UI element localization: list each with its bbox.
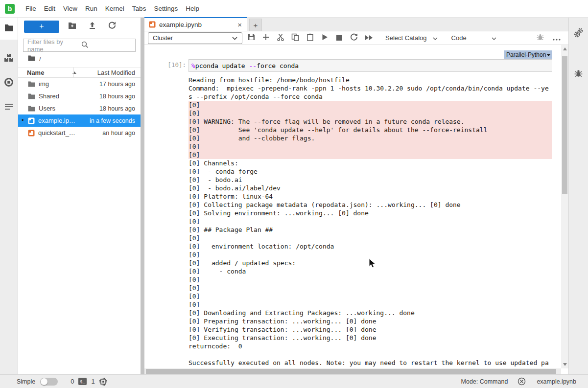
select-catalog-dropdown[interactable]: Select Catalog: [385, 33, 438, 44]
sidebar-tab-property-inspector[interactable]: [569, 22, 588, 46]
menu-view[interactable]: View: [59, 5, 81, 12]
main-dock-panel: example.ipynb × + Cluster: [144, 18, 568, 374]
file-modified: 18 hours ago: [99, 93, 141, 100]
bodo-logo: b: [5, 4, 15, 14]
sidebar-tab-debugger[interactable]: [569, 62, 588, 86]
cluster-select[interactable]: Cluster: [148, 32, 242, 44]
panel-splitter[interactable]: [141, 18, 144, 374]
file-row-users[interactable]: Users 18 hours ago: [18, 102, 141, 114]
vertical-scrollbar-thumb[interactable]: [562, 56, 567, 194]
column-last-modified[interactable]: Last Modified: [97, 69, 141, 76]
kernel-select-value: Parallel-Python: [506, 51, 546, 58]
new-tab-button[interactable]: +: [249, 19, 262, 31]
file-row-example-notebook[interactable]: • example.ip… in a few seconds: [18, 114, 141, 127]
scroll-down-arrow[interactable]: [561, 362, 568, 367]
sidebar-tab-table-of-contents[interactable]: [0, 95, 18, 120]
stop-kernel-button[interactable]: [333, 33, 345, 44]
menu-kernel[interactable]: Kernel: [101, 5, 128, 12]
file-row-img[interactable]: img 17 hours ago: [18, 78, 141, 90]
add-cell-button[interactable]: [260, 33, 272, 44]
filter-files-input[interactable]: Filter files by name: [23, 39, 136, 52]
restart-run-all-button[interactable]: [363, 33, 375, 44]
active-file-name[interactable]: example.ipynb: [537, 378, 576, 385]
unsaved-dot-indicator: •: [22, 116, 24, 124]
menu-edit[interactable]: Edit: [40, 5, 59, 12]
menu-run[interactable]: Run: [81, 5, 101, 12]
copy-cells-button[interactable]: [289, 33, 301, 44]
close-tab-icon[interactable]: ×: [237, 21, 242, 29]
kernel-select-dropdown[interactable]: Parallel-Python: [504, 50, 552, 59]
notebook-icon: [149, 21, 156, 28]
upload-button[interactable]: [85, 21, 99, 33]
horizontal-scrollbar-thumb[interactable]: [146, 369, 556, 374]
run-icon: [322, 34, 328, 43]
search-icon: [77, 41, 131, 50]
file-modified: an hour ago: [102, 130, 141, 137]
code-line: %pconda update --force conda: [189, 62, 299, 69]
cell-output-area: Reading from hostfile: /home/bodo/hostfi…: [188, 76, 552, 368]
menu-settings[interactable]: Settings: [150, 5, 182, 12]
right-activity-bar: [568, 18, 588, 374]
filter-placeholder: Filter files by name: [24, 38, 77, 53]
breadcrumb[interactable]: /: [18, 52, 141, 66]
double-gear-icon: [573, 27, 584, 40]
restart-kernel-button[interactable]: [348, 33, 360, 44]
cell-execution-prompt: [10]:: [154, 61, 186, 68]
simple-mode-label: Simple: [17, 378, 35, 385]
clusters-icon: [4, 53, 14, 65]
sidebar-tab-running-kernels[interactable]: [0, 71, 18, 95]
cell-type-dropdown[interactable]: Code: [451, 33, 496, 44]
file-name: quickstart_…: [38, 129, 75, 137]
folder-icon: [28, 93, 35, 99]
restart-icon: [350, 33, 358, 43]
paste-cells-button[interactable]: [304, 33, 316, 44]
more-commands-button[interactable]: [551, 33, 563, 44]
terminals-count[interactable]: 0: [71, 378, 74, 385]
kernels-count[interactable]: 1: [91, 378, 94, 385]
vertical-scrollbar: [561, 45, 568, 368]
run-cell-button[interactable]: [319, 33, 330, 44]
paste-icon: [306, 33, 314, 43]
code-cell-input[interactable]: %pconda update --force conda: [188, 59, 552, 72]
sidebar-tab-file-browser[interactable]: [0, 18, 18, 40]
file-row-shared[interactable]: Shared 18 hours ago: [18, 90, 141, 102]
kernel-chip-icon: [99, 378, 107, 386]
enable-debugger-button[interactable]: [534, 33, 546, 44]
save-button[interactable]: [245, 33, 257, 44]
refresh-icon: [108, 22, 116, 31]
select-catalog-value: Select Catalog: [385, 34, 427, 42]
file-row-quickstart-notebook[interactable]: quickstart_… an hour ago: [18, 127, 141, 139]
simple-mode-toggle[interactable]: [40, 378, 58, 386]
tab-example-ipynb[interactable]: example.ipynb ×: [144, 17, 247, 31]
debugger-bug-icon: [537, 33, 544, 43]
scissors-icon: [277, 33, 284, 43]
menu-file[interactable]: File: [22, 5, 40, 12]
menu-help[interactable]: Help: [182, 5, 203, 12]
file-name: Shared: [39, 92, 59, 100]
file-modified: 17 hours ago: [99, 81, 141, 88]
notifications-off-icon[interactable]: [517, 377, 526, 386]
new-folder-button[interactable]: [65, 21, 79, 33]
new-launcher-button[interactable]: +: [24, 21, 59, 33]
menu-tabs[interactable]: Tabs: [128, 5, 150, 12]
chevron-down-icon: [546, 51, 551, 58]
sidebar-tab-clusters[interactable]: [0, 46, 18, 71]
notebook-icon: [28, 117, 35, 124]
list-icon: [4, 103, 14, 112]
status-bar: Simple 0 $_ 1 Mode: Command example.ipyn…: [0, 374, 588, 388]
command-mode-indicator[interactable]: Mode: Command: [461, 378, 508, 385]
refresh-button[interactable]: [105, 21, 119, 33]
notebook-toolbar: Cluster: [144, 31, 568, 45]
scroll-up-arrow[interactable]: [561, 46, 568, 52]
folder-icon: [28, 81, 35, 87]
folder-icon: [4, 24, 14, 34]
tab-label: example.ipynb: [159, 21, 202, 28]
cut-cells-button[interactable]: [275, 33, 286, 44]
file-list-header: Name Last Modified: [18, 67, 141, 78]
file-browser-panel: +: [18, 18, 141, 374]
ellipsis-icon: [553, 34, 561, 43]
column-name[interactable]: Name: [18, 69, 44, 76]
cluster-select-value: Cluster: [153, 34, 173, 42]
chevron-down-icon: [433, 34, 438, 42]
menu-bar: b File Edit View Run Kernel Tabs Setting…: [0, 0, 588, 18]
